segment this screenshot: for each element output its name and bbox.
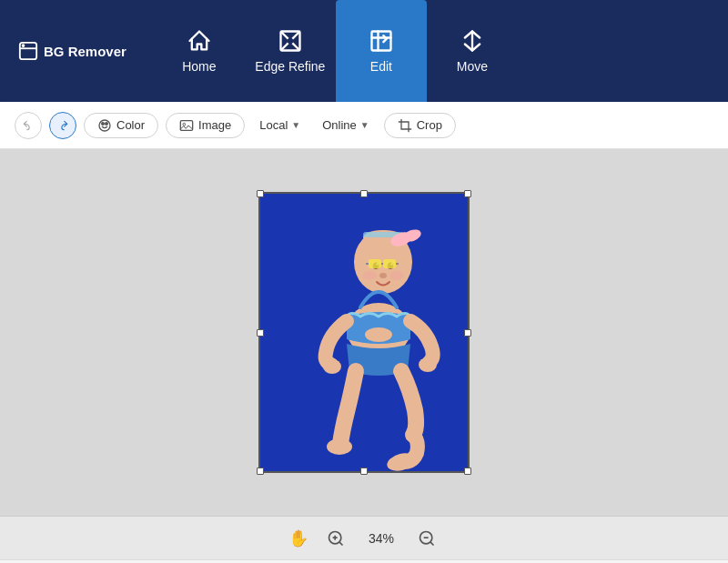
svg-point-1 — [23, 45, 25, 46]
nav-edit-label: Edit — [370, 59, 392, 74]
nav-edit[interactable]: Edit — [336, 0, 427, 102]
zoom-out-button[interactable] — [414, 526, 440, 551]
nav-home[interactable]: Home — [154, 0, 245, 102]
zoom-bar: ✋ 34% — [0, 516, 728, 559]
crop-label: Crop — [417, 118, 442, 132]
svg-point-27 — [327, 438, 352, 455]
crop-handle-tc[interactable] — [360, 190, 368, 197]
svg-rect-3 — [371, 32, 390, 51]
local-dropdown[interactable]: Local ▼ — [252, 114, 308, 136]
online-label: Online — [322, 118, 357, 132]
action-bar: ‹ › New Image Download — [0, 559, 728, 563]
online-dropdown[interactable]: Online ▼ — [315, 114, 376, 136]
image-label: Image — [198, 118, 231, 132]
nav-move[interactable]: Move — [427, 0, 518, 102]
nav-edge-refine[interactable]: Edge Refine — [245, 0, 336, 102]
svg-rect-29 — [369, 259, 381, 268]
nav-move-label: Move — [457, 59, 488, 74]
svg-point-26 — [419, 357, 437, 372]
canvas-area — [0, 149, 728, 516]
local-label: Local — [259, 118, 288, 132]
crop-handle-tr[interactable] — [464, 190, 471, 197]
crop-handle-tl[interactable] — [257, 190, 264, 197]
color-label: Color — [116, 118, 145, 132]
app-title: BG Remover — [44, 44, 126, 59]
top-nav: BG Remover Home Edge Refine Ed — [0, 0, 728, 102]
svg-rect-7 — [180, 120, 192, 130]
undo-button[interactable] — [15, 112, 42, 139]
pan-icon[interactable]: ✋ — [288, 528, 308, 548]
svg-point-25 — [323, 359, 341, 374]
zoom-level: 34% — [363, 531, 399, 546]
crop-handle-bc[interactable] — [360, 467, 368, 475]
svg-point-21 — [362, 271, 377, 280]
svg-point-20 — [379, 273, 387, 278]
svg-point-24 — [365, 327, 392, 342]
image-button[interactable]: Image — [166, 113, 245, 138]
crop-handle-mr[interactable] — [464, 329, 471, 337]
image-container[interactable] — [260, 194, 468, 471]
crop-handle-br[interactable] — [464, 467, 471, 475]
app-logo: BG Remover — [18, 41, 126, 61]
crop-handle-ml[interactable] — [257, 329, 264, 337]
crop-button[interactable]: Crop — [384, 113, 456, 138]
svg-point-8 — [183, 123, 186, 126]
svg-point-22 — [389, 271, 404, 280]
svg-point-5 — [102, 122, 105, 125]
svg-point-6 — [106, 122, 108, 125]
svg-point-4 — [99, 120, 110, 131]
zoom-in-button[interactable] — [323, 526, 349, 551]
redo-button[interactable] — [49, 112, 76, 139]
color-button[interactable]: Color — [84, 113, 158, 138]
nav-items: Home Edge Refine Edit M — [154, 0, 518, 102]
nav-edge-refine-label: Edge Refine — [255, 59, 325, 74]
nav-home-label: Home — [182, 59, 216, 74]
toolbar: Color Image Local ▼ Online ▼ Crop — [0, 102, 728, 149]
svg-rect-30 — [383, 259, 396, 268]
image-background — [260, 194, 468, 471]
local-chevron: ▼ — [291, 120, 300, 130]
online-chevron: ▼ — [360, 120, 369, 130]
crop-handle-bl[interactable] — [257, 467, 264, 475]
